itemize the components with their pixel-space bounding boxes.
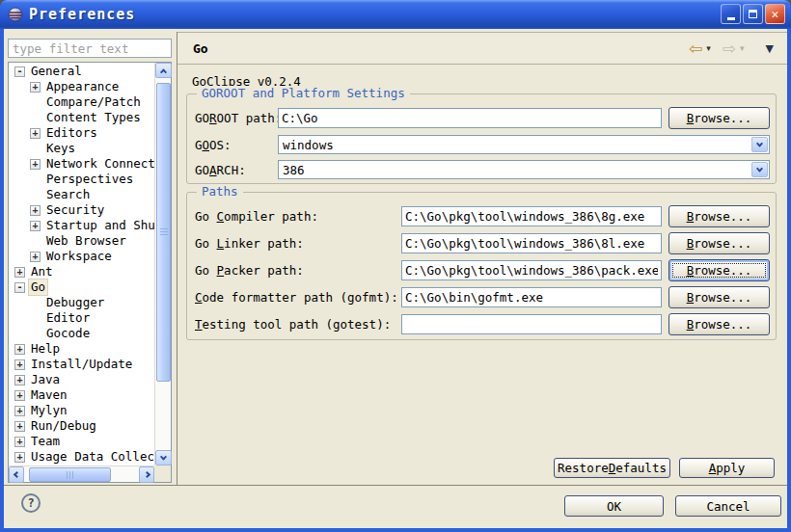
tree-item-help[interactable]: +Help	[9, 341, 154, 357]
forward-icon[interactable]: ⇨	[723, 40, 736, 57]
tree-item-ant[interactable]: +Ant	[9, 264, 154, 279]
testing-tool-path-gotest-browse-button[interactable]: Browse...	[668, 313, 770, 335]
tree-item-label[interactable]: Ant	[29, 264, 55, 279]
tree-item-label[interactable]: General	[29, 64, 84, 79]
scroll-down-button[interactable]	[155, 450, 172, 466]
tree-item-label[interactable]: Web Browser	[44, 233, 128, 249]
scroll-left-button[interactable]	[9, 466, 24, 483]
tree-item-go[interactable]: -Go	[9, 279, 154, 295]
expand-icon[interactable]: +	[14, 267, 25, 278]
close-button[interactable]: ✕	[765, 4, 785, 24]
tree-item-appearance[interactable]: +Appearance	[9, 79, 154, 94]
tree-item-network-connect[interactable]: +Network Connect	[9, 156, 154, 172]
go-compiler-path-input[interactable]	[401, 206, 662, 226]
apply-button[interactable]: Apply	[679, 458, 775, 478]
tree-item-mylyn[interactable]: +Mylyn	[9, 403, 154, 418]
scroll-up-button[interactable]	[155, 63, 172, 78]
tree-item-label[interactable]: Maven	[29, 387, 69, 403]
tree-item-install-update[interactable]: +Install/Update	[9, 357, 154, 372]
tree-item-label[interactable]: Search	[44, 187, 92, 202]
testing-tool-path-gotest-input[interactable]	[401, 314, 662, 334]
tree-item-label[interactable]: Gocode	[44, 326, 92, 341]
code-formatter-path-gofmt-input[interactable]	[401, 287, 662, 307]
tree-item-keys[interactable]: Keys	[9, 141, 154, 156]
restore-defaults-button[interactable]: Restore Defaults	[554, 458, 670, 478]
goos-select[interactable]: windows	[278, 135, 770, 154]
expand-icon[interactable]: +	[14, 437, 25, 447]
tree-item-debugger[interactable]: Debugger	[9, 295, 154, 310]
go-packer-path-input[interactable]	[401, 260, 662, 280]
tree-item-label[interactable]: Perspectives	[44, 172, 135, 187]
expand-icon[interactable]: +	[30, 128, 41, 139]
tree-item-label[interactable]: Compare/Patch	[44, 94, 143, 110]
tree-item-maven[interactable]: +Maven	[9, 387, 154, 403]
tree-item-label[interactable]: Network Connect	[44, 156, 154, 172]
go-packer-path-browse-button[interactable]: Browse...	[668, 259, 770, 281]
tree-item-label[interactable]: Run/Debug	[29, 418, 98, 434]
expand-icon[interactable]: +	[14, 452, 25, 463]
tree-item-label[interactable]: Editor	[44, 310, 92, 326]
expand-icon[interactable]: +	[14, 390, 25, 401]
tree-item-workspace[interactable]: +Workspace	[9, 249, 154, 264]
tree-item-editor[interactable]: Editor	[9, 310, 154, 326]
tree-item-label[interactable]: Go	[29, 279, 47, 295]
expand-icon[interactable]: +	[30, 159, 41, 170]
expand-icon[interactable]: +	[14, 406, 25, 416]
expand-icon[interactable]: +	[30, 252, 41, 262]
dropdown-arrow-icon[interactable]	[751, 162, 768, 177]
tree-item-web-browser[interactable]: Web Browser	[9, 233, 154, 249]
tree-item-label[interactable]: Help	[29, 341, 62, 357]
tree-item-gocode[interactable]: Gocode	[9, 326, 154, 341]
dropdown-arrow-icon[interactable]	[751, 137, 768, 152]
tree-item-perspectives[interactable]: Perspectives	[9, 172, 154, 187]
vertical-scroll-thumb[interactable]	[156, 83, 171, 382]
tree-item-label[interactable]: Debugger	[44, 295, 106, 310]
forward-dropdown-icon[interactable]: ▾	[740, 43, 745, 53]
goroot-browse-button[interactable]: Browse...	[668, 107, 770, 129]
scroll-right-button[interactable]	[139, 466, 154, 483]
view-menu-icon[interactable]: ▼	[766, 42, 774, 55]
expand-icon[interactable]: +	[14, 344, 25, 355]
filter-input[interactable]	[8, 39, 172, 58]
back-icon[interactable]: ⇦	[689, 40, 702, 57]
collapse-icon[interactable]: -	[14, 282, 25, 293]
tree-item-label[interactable]: Mylyn	[29, 403, 69, 418]
go-linker-path-input[interactable]	[401, 233, 662, 253]
tree-item-label[interactable]: Usage Data Collect	[29, 449, 154, 465]
collapse-icon[interactable]: -	[14, 66, 25, 77]
go-compiler-path-browse-button[interactable]: Browse...	[668, 205, 770, 227]
horizontal-scroll-thumb[interactable]	[29, 467, 111, 482]
tree-item-label[interactable]: Keys	[44, 141, 77, 156]
expand-icon[interactable]: +	[30, 221, 41, 231]
tree-item-label[interactable]: Java	[29, 372, 62, 387]
maximize-button[interactable]	[743, 4, 763, 24]
tree-item-label[interactable]: Install/Update	[29, 357, 134, 372]
expand-icon[interactable]: +	[30, 205, 41, 216]
tree-vertical-scrollbar[interactable]	[154, 63, 171, 466]
ok-button[interactable]: OK	[564, 495, 664, 517]
goroot-path-input[interactable]	[278, 108, 662, 128]
tree-item-usage-data-collect[interactable]: +Usage Data Collect	[9, 449, 154, 465]
expand-icon[interactable]: +	[14, 359, 25, 370]
tree-item-label[interactable]: Security	[44, 202, 106, 218]
tree-item-run-debug[interactable]: +Run/Debug	[9, 418, 154, 434]
code-formatter-path-gofmt-browse-button[interactable]: Browse...	[668, 286, 770, 308]
tree-item-content-types[interactable]: Content Types	[9, 110, 154, 125]
expand-icon[interactable]: +	[14, 421, 25, 432]
goarch-select[interactable]: 386	[278, 160, 770, 179]
tree-item-search[interactable]: Search	[9, 187, 154, 202]
tree-item-compare-patch[interactable]: Compare/Patch	[9, 94, 154, 110]
go-linker-path-browse-button[interactable]: Browse...	[668, 232, 770, 254]
tree-item-label[interactable]: Workspace	[44, 249, 114, 264]
tree-item-team[interactable]: +Team	[9, 434, 154, 449]
tree-item-label[interactable]: Content Types	[44, 110, 143, 125]
expand-icon[interactable]: +	[14, 375, 25, 386]
tree-horizontal-scrollbar[interactable]	[9, 466, 154, 482]
tree-item-label[interactable]: Editors	[44, 125, 99, 141]
tree-item-label[interactable]: Appearance	[44, 79, 121, 94]
tree-item-editors[interactable]: +Editors	[9, 125, 154, 141]
help-button[interactable]: ?	[21, 493, 41, 513]
tree-item-startup-and-shu[interactable]: +Startup and Shu	[9, 218, 154, 233]
cancel-button[interactable]: Cancel	[675, 495, 781, 517]
tree-item-label[interactable]: Startup and Shu	[44, 218, 154, 233]
